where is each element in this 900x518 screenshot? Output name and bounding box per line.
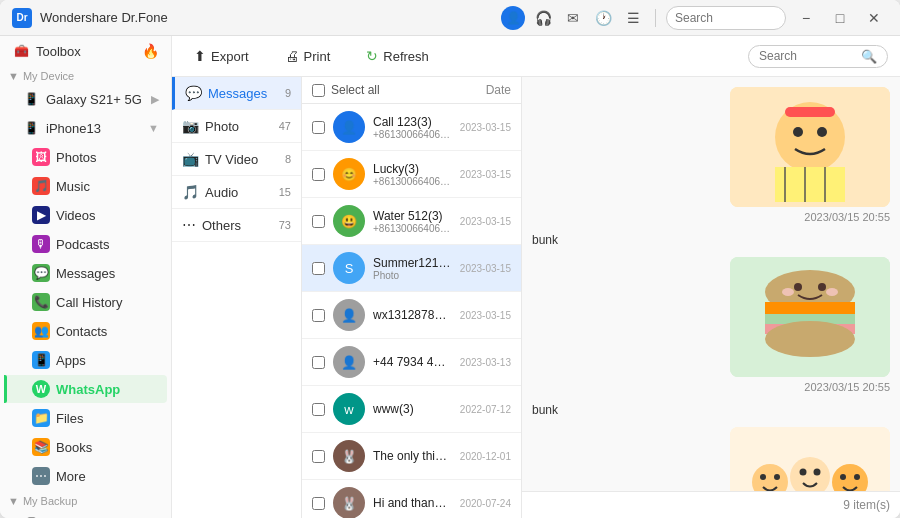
more-label: More bbox=[56, 469, 159, 484]
cat-item-tv-video[interactable]: 📺 TV Video 8 bbox=[172, 143, 301, 176]
close-button[interactable]: ✕ bbox=[860, 4, 888, 32]
msg-check-2[interactable] bbox=[312, 215, 325, 228]
sidebar-item-more[interactable]: ⋯ More bbox=[4, 462, 167, 490]
msg-date-4: 2023-03-15 bbox=[460, 310, 511, 321]
sidebar-item-podcasts[interactable]: 🎙 Podcasts bbox=[4, 230, 167, 258]
msg-info-8: Hi and thanks(3) bbox=[373, 496, 452, 510]
svg-point-17 bbox=[782, 288, 794, 296]
cat-messages-label: Messages bbox=[208, 86, 279, 101]
sidebar-item-messages[interactable]: 💬 Messages bbox=[4, 259, 167, 287]
title-search-input[interactable] bbox=[666, 6, 786, 30]
music-icon: 🎵 bbox=[32, 177, 50, 195]
cat-item-others[interactable]: ⋯ Others 73 bbox=[172, 209, 301, 242]
msg-check-4[interactable] bbox=[312, 309, 325, 322]
msg-avatar-4: 👤 bbox=[333, 299, 365, 331]
menu-icon[interactable]: ☰ bbox=[621, 6, 645, 30]
svg-point-21 bbox=[760, 474, 766, 480]
photos-label: Photos bbox=[56, 150, 159, 165]
msg-check-5[interactable] bbox=[312, 356, 325, 369]
sidebar-item-contacts[interactable]: 👥 Contacts bbox=[4, 317, 167, 345]
sidebar-item-callhistory[interactable]: 📞 Call History bbox=[4, 288, 167, 316]
sidebar-item-galaxy[interactable]: 📱 Galaxy S21+ 5G ▶ bbox=[4, 85, 167, 113]
svg-point-14 bbox=[765, 321, 855, 357]
svg-rect-4 bbox=[785, 107, 835, 117]
msg-date-0: 2023-03-15 bbox=[460, 122, 511, 133]
sidebar-item-books[interactable]: 📚 Books bbox=[4, 433, 167, 461]
refresh-button[interactable]: ↻ Refresh bbox=[356, 44, 439, 68]
cat-tv-label: TV Video bbox=[205, 152, 279, 167]
sidebar-item-files[interactable]: 📁 Files bbox=[4, 404, 167, 432]
msg-item-lucky[interactable]: 😊 Lucky(3) +8613006640625 c... 2023-03-1… bbox=[302, 151, 521, 198]
iphone13-label: iPhone13 bbox=[46, 121, 142, 136]
msg-item-call123[interactable]: 👤 Call 123(3) +8613006640625 c... 2023-0… bbox=[302, 104, 521, 151]
select-all-checkbox[interactable] bbox=[312, 84, 325, 97]
msg-item-water512[interactable]: 😃 Water 512(3) +8613006640625 c... 2023-… bbox=[302, 198, 521, 245]
sidebar-item-toolbox[interactable]: 🧰 Toolbox 🔥 bbox=[4, 37, 167, 65]
msg-name-3: Summer1215(246) bbox=[373, 256, 452, 270]
msg-item-hiandthanks[interactable]: 🐰 Hi and thanks(3) 2020-07-24 bbox=[302, 480, 521, 518]
msg-item-plus44[interactable]: 👤 +44 7934 457178(16) 2023-03-13 bbox=[302, 339, 521, 386]
msg-avatar-8: 🐰 bbox=[333, 487, 365, 518]
msg-check-3[interactable] bbox=[312, 262, 325, 275]
item-count: 9 item(s) bbox=[843, 498, 890, 512]
title-bar: Dr Wondershare Dr.Fone 👤 🎧 ✉ 🕐 ☰ − □ ✕ bbox=[0, 0, 900, 36]
chat-footer: 9 item(s) bbox=[522, 491, 900, 518]
cat-others-label: Others bbox=[202, 218, 273, 233]
msg-name-1: Lucky(3) bbox=[373, 162, 452, 176]
books-icon: 📚 bbox=[32, 438, 50, 456]
toolbar: ⬆ Export 🖨 Print ↻ Refresh 🔍 bbox=[172, 36, 900, 77]
msg-check-0[interactable] bbox=[312, 121, 325, 134]
chat-thumb-1[interactable] bbox=[730, 257, 890, 377]
export-button[interactable]: ⬆ Export bbox=[184, 44, 259, 68]
sidebar-item-apps[interactable]: 📱 Apps bbox=[4, 346, 167, 374]
expand-icon: ▼ bbox=[8, 70, 19, 82]
chevron-down-icon2: ▼ bbox=[148, 122, 159, 134]
msg-name-7: The only thing that(3) bbox=[373, 449, 452, 463]
contacts-icon: 👥 bbox=[32, 322, 50, 340]
msg-info-4: wx13128788841(67) bbox=[373, 308, 452, 322]
videos-label: Videos bbox=[56, 208, 159, 223]
msg-date-5: 2023-03-13 bbox=[460, 357, 511, 368]
more-icon: ⋯ bbox=[32, 467, 50, 485]
history-icon[interactable]: 🕐 bbox=[591, 6, 615, 30]
files-label: Files bbox=[56, 411, 159, 426]
chat-thumb-2[interactable] bbox=[730, 427, 890, 491]
sidebar-item-iphone13[interactable]: 📱 iPhone13 ▼ bbox=[4, 114, 167, 142]
podcasts-label: Podcasts bbox=[56, 237, 159, 252]
msg-check-8[interactable] bbox=[312, 497, 325, 510]
msg-item-wx131[interactable]: 👤 wx13128788841(67) 2023-03-15 bbox=[302, 292, 521, 339]
msg-info-0: Call 123(3) +8613006640625 c... bbox=[373, 115, 452, 140]
sidebar-item-music[interactable]: 🎵 Music bbox=[4, 172, 167, 200]
cat-item-audio[interactable]: 🎵 Audio 15 bbox=[172, 176, 301, 209]
headphone-icon[interactable]: 🎧 bbox=[531, 6, 555, 30]
msg-item-summer1215[interactable]: S Summer1215(246) Photo 2023-03-15 bbox=[302, 245, 521, 292]
minimize-button[interactable]: − bbox=[792, 4, 820, 32]
msg-item-www3[interactable]: w www(3) 2022-07-12 bbox=[302, 386, 521, 433]
mail-icon[interactable]: ✉ bbox=[561, 6, 585, 30]
export-icon: ⬆ bbox=[194, 48, 206, 64]
sidebar-mybackup-section[interactable]: ▼ My Backup bbox=[0, 491, 171, 509]
msg-date-2: 2023-03-15 bbox=[460, 216, 511, 227]
msg-info-6: www(3) bbox=[373, 402, 452, 416]
cat-item-photo[interactable]: 📷 Photo 47 bbox=[172, 110, 301, 143]
msg-item-theonlything[interactable]: 🐰 The only thing that(3) 2020-12-01 bbox=[302, 433, 521, 480]
msg-check-7[interactable] bbox=[312, 450, 325, 463]
print-button[interactable]: 🖨 Print bbox=[275, 44, 341, 68]
sidebar-item-photos[interactable]: 🖼 Photos bbox=[4, 143, 167, 171]
sidebar-item-videos[interactable]: ▶ Videos bbox=[4, 201, 167, 229]
chat-image-block-1: 2023/03/15 20:55 bbox=[532, 257, 890, 393]
chat-thumb-0[interactable] bbox=[730, 87, 890, 207]
sidebar-item-iphone13-backup[interactable]: 📱 iPhone13 03/15 bbox=[4, 510, 167, 518]
user-avatar-icon[interactable]: 👤 bbox=[501, 6, 525, 30]
sidebar-item-whatsapp[interactable]: W WhatsApp bbox=[4, 375, 167, 403]
msg-check-1[interactable] bbox=[312, 168, 325, 181]
sidebar-mydevice-section[interactable]: ▼ My Device bbox=[0, 66, 171, 84]
cat-photo-icon: 📷 bbox=[182, 118, 199, 134]
cat-item-messages[interactable]: 💬 Messages 9 bbox=[172, 77, 301, 110]
search-input[interactable] bbox=[759, 49, 856, 63]
chevron-right-icon: ▶ bbox=[151, 93, 159, 106]
maximize-button[interactable]: □ bbox=[826, 4, 854, 32]
chat-timestamp-0: 2023/03/15 20:55 bbox=[804, 211, 890, 223]
msg-check-6[interactable] bbox=[312, 403, 325, 416]
msg-sub-3: Photo bbox=[373, 270, 452, 281]
